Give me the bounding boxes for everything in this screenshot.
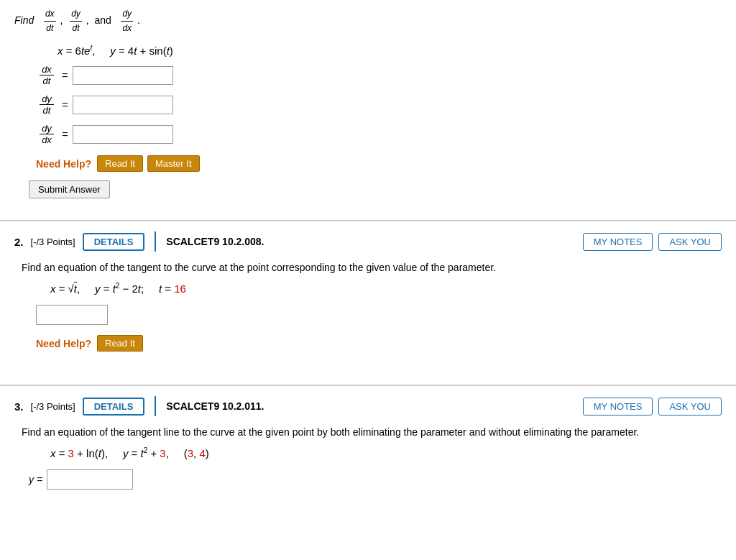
dydx-label: dy dx [36, 123, 58, 145]
help-buttons-1: Read It Master It [97, 155, 200, 172]
need-help-label-2: Need Help? [36, 338, 91, 349]
problem-1-section: Find dx dt , dy dt , and dy dx . x = 6te… [0, 0, 736, 213]
dxdt-input-row: dx dt = [36, 64, 722, 86]
find-label: Find [14, 14, 34, 26]
read-it-button-1[interactable]: Read It [97, 155, 143, 172]
read-it-button-2[interactable]: Read It [97, 335, 143, 352]
y-label: y = [29, 474, 42, 485]
problem-3-points: [-/3 Points] [31, 401, 75, 412]
problem-3-input-row: y = [29, 469, 722, 490]
problem-2-action-buttons: MY NOTES ASK YOU [583, 233, 722, 251]
problem-1-header: Find dx dt , dy dt , and dy dx . [14, 7, 722, 35]
dxdt-input[interactable] [73, 66, 173, 85]
dxdt-label: dx dt [36, 64, 58, 86]
dydx-input[interactable] [73, 125, 173, 144]
problem-2-math: x = √t, y = t2 − 2t; t = 16 [50, 282, 722, 295]
problem-3-details-button[interactable]: DETAILS [83, 398, 145, 416]
problem-2-number: 2. [14, 236, 24, 248]
my-notes-button-3[interactable]: MY NOTES [583, 398, 653, 416]
problem-1-equation: x = 6tet, y = 4t + sin(t) [58, 44, 722, 57]
ask-you-button-2[interactable]: ASK YOU [658, 233, 722, 251]
dydt-equals: = [62, 98, 68, 111]
problem-2-input-row [36, 305, 722, 325]
details-divider-3 [155, 396, 156, 416]
need-help-row-2: Need Help? Read It [36, 335, 722, 352]
problem-3-action-buttons: MY NOTES ASK YOU [583, 398, 722, 416]
submit-answer-button[interactable]: Submit Answer [29, 180, 110, 198]
help-buttons-2: Read It [97, 335, 143, 352]
problem-2-block: 2. [-/3 Points] DETAILS SCALCET9 10.2.00… [0, 220, 736, 370]
problem-2-details-button[interactable]: DETAILS [83, 233, 145, 251]
dydx-input-row: dy dx = [36, 123, 722, 145]
details-divider-2 [155, 231, 156, 252]
dxdt-equals: = [62, 69, 68, 81]
problem-3-number: 3. [14, 400, 24, 413]
dydt-input-row: dy dt = [36, 93, 722, 116]
and-label: and [94, 14, 111, 26]
problem-2-text: Find an equation of the tangent to the c… [22, 262, 722, 273]
problem-3-answer-input[interactable] [47, 469, 133, 490]
submit-row: Submit Answer [29, 180, 722, 198]
master-it-button-1[interactable]: Master It [147, 155, 200, 172]
problem-2-meta: 2. [-/3 Points] DETAILS SCALCET9 10.2.00… [14, 231, 722, 252]
dydx-equals: = [62, 128, 68, 140]
dydt-label: dy dt [36, 93, 58, 116]
problem-2-id: SCALCET9 10.2.008. [166, 236, 575, 247]
need-help-label-1: Need Help? [36, 158, 91, 170]
need-help-row-1: Need Help? Read It Master It [36, 155, 722, 172]
problem-3-id: SCALCET9 10.2.011. [166, 400, 575, 412]
my-notes-button-2[interactable]: MY NOTES [583, 233, 653, 251]
ask-you-button-3[interactable]: ASK YOU [658, 398, 722, 416]
problem-2-points: [-/3 Points] [31, 237, 75, 247]
problem-3-block: 3. [-/3 Points] DETAILS SCALCET9 10.2.01… [0, 385, 736, 511]
problem-3-text: Find an equation of the tangent line to … [22, 426, 722, 438]
dydt-input[interactable] [73, 96, 173, 114]
fraction-dx-dt: dx dt [44, 7, 56, 35]
fraction-dy-dx: dy dx [121, 7, 133, 35]
problem-2-answer-input[interactable] [36, 305, 108, 325]
fraction-dy-dt: dy dt [70, 7, 82, 35]
problem-3-meta: 3. [-/3 Points] DETAILS SCALCET9 10.2.01… [14, 396, 722, 416]
problem-3-math: x = 3 + ln(t), y = t2 + 3, (3, 4) [50, 446, 722, 459]
